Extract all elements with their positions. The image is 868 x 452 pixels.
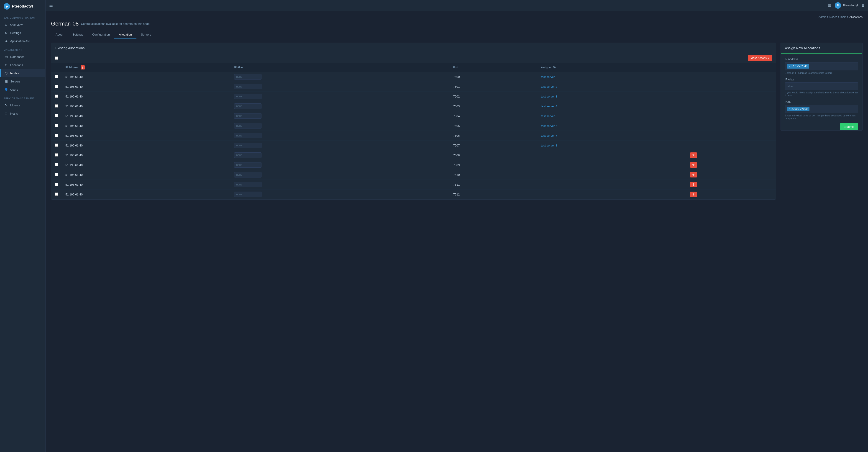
assigned-server-link[interactable]: test server 2 xyxy=(541,85,557,88)
row-ip: 51.195.61.40 xyxy=(62,150,230,160)
row-ip: 51.195.61.40 xyxy=(62,92,230,101)
assigned-server-link[interactable]: test server 6 xyxy=(541,124,557,128)
row-ip: 51.195.61.40 xyxy=(62,170,230,180)
sidebar-item-servers-label: Servers xyxy=(10,80,21,83)
grid-icon[interactable]: ▦ xyxy=(828,3,831,7)
sidebar-item-mounts[interactable]: ⛏ Mounts xyxy=(0,101,45,109)
assigned-server-link[interactable]: test server 7 xyxy=(541,134,557,138)
row-alias-input[interactable] xyxy=(234,103,261,109)
sidebar-item-nests[interactable]: ◻ Nests xyxy=(0,109,45,118)
sidebar-item-servers[interactable]: ▦ Servers xyxy=(0,77,45,85)
row-delete-button[interactable]: 🗑 xyxy=(690,152,697,158)
row-checkbox[interactable] xyxy=(55,144,58,147)
row-alias-input[interactable] xyxy=(234,143,261,148)
ip-alias-label: IP Alias xyxy=(785,78,858,81)
sidebar-item-api[interactable]: ◈ Application API xyxy=(0,37,45,45)
row-checkbox[interactable] xyxy=(55,173,58,176)
sidebar-item-overview[interactable]: ⊙ Overview xyxy=(0,21,45,29)
row-delete-button[interactable]: 🗑 xyxy=(690,162,697,168)
sidebar-item-users[interactable]: 👤 Users xyxy=(0,85,45,94)
row-delete-button[interactable]: 🗑 xyxy=(690,182,697,187)
tab-servers[interactable]: Servers xyxy=(136,31,156,39)
ports-label: Ports xyxy=(785,100,858,103)
row-checkbox[interactable] xyxy=(55,75,58,78)
row-delete-button[interactable]: 🗑 xyxy=(690,191,697,197)
row-action-cell xyxy=(686,101,776,111)
tab-settings[interactable]: Settings xyxy=(68,31,88,39)
row-alias-cell xyxy=(230,170,450,180)
assigned-server-link[interactable]: test server 5 xyxy=(541,114,557,118)
row-checkbox[interactable] xyxy=(55,134,58,137)
tab-about[interactable]: About xyxy=(51,31,68,39)
submit-button[interactable]: Submit xyxy=(840,123,858,130)
row-alias-input[interactable] xyxy=(234,191,261,197)
row-alias-cell xyxy=(230,82,450,92)
topbar-extra-icon[interactable]: ⊞ xyxy=(861,3,864,7)
table-row: 51.195.61.407509🗑 xyxy=(51,160,776,170)
ip-alias-input[interactable] xyxy=(785,83,858,90)
ports-help: Enter individual ports or port ranges he… xyxy=(785,114,858,120)
row-alias-input[interactable] xyxy=(234,123,261,128)
table-row: 51.195.61.407505test server 6 xyxy=(51,121,776,131)
row-checkbox[interactable] xyxy=(55,95,58,98)
ip-address-tag-input[interactable]: × 51.195.61.40 xyxy=(785,62,858,70)
select-all-checkbox[interactable] xyxy=(55,57,58,60)
row-alias-input[interactable] xyxy=(234,182,261,187)
topbar: ☰ ▦ P Pterodactyl ⊞ xyxy=(45,0,868,11)
row-checkbox[interactable] xyxy=(55,192,58,196)
app-logo: ▶ Pterodactyl xyxy=(0,0,45,13)
row-alias-cell xyxy=(230,111,450,121)
assigned-server-link[interactable]: test server 3 xyxy=(541,95,557,98)
sidebar-item-settings[interactable]: ⚙ Settings xyxy=(0,29,45,37)
ports-tag-input[interactable]: × 27000-27999 xyxy=(785,105,858,113)
mass-actions-button[interactable]: Mass Actions ▾ xyxy=(748,55,772,61)
topbar-user[interactable]: P Pterodactyl xyxy=(835,2,858,9)
assigned-server-link[interactable]: test server 8 xyxy=(541,144,557,147)
row-alias-input[interactable] xyxy=(234,152,261,158)
row-port: 7506 xyxy=(450,131,537,141)
col-ip-alias: IP Alias xyxy=(230,63,450,72)
api-icon: ◈ xyxy=(4,39,8,43)
row-alias-input[interactable] xyxy=(234,113,261,119)
row-alias-input[interactable] xyxy=(234,94,261,99)
assign-panel: Assign New Allocations IP Address × 51.1… xyxy=(780,42,863,130)
row-assigned-to: test server 3 xyxy=(537,92,686,101)
ip-alias-group: IP Alias If you would like to assign a d… xyxy=(785,78,858,97)
row-action-cell xyxy=(686,92,776,101)
row-alias-input[interactable] xyxy=(234,133,261,138)
row-port: 7512 xyxy=(450,189,537,199)
ports-tag: × 27000-27999 xyxy=(787,107,809,111)
row-checkbox[interactable] xyxy=(55,114,58,117)
sidebar-item-locations[interactable]: ⊕ Locations xyxy=(0,61,45,69)
sidebar-item-databases[interactable]: ▤ Databases xyxy=(0,53,45,61)
assigned-server-link[interactable]: test server xyxy=(541,75,555,79)
tab-allocation[interactable]: Allocation xyxy=(114,31,136,39)
row-alias-input[interactable] xyxy=(234,172,261,178)
row-delete-button[interactable]: 🗑 xyxy=(690,172,697,178)
row-checkbox[interactable] xyxy=(55,104,58,108)
row-alias-input[interactable] xyxy=(234,84,261,89)
row-port: 7508 xyxy=(450,150,537,160)
row-checkbox[interactable] xyxy=(55,124,58,127)
header-delete-icon[interactable]: 🗑 xyxy=(81,65,85,69)
hamburger-icon[interactable]: ☰ xyxy=(49,3,53,8)
sidebar: ▶ Pterodactyl Basic Administration ⊙ Ove… xyxy=(0,0,45,452)
ports-tag-value: 27000-27999 xyxy=(792,107,808,111)
service-mgmt-section-label: Service Management xyxy=(0,94,45,101)
row-checkbox[interactable] xyxy=(55,183,58,186)
row-alias-input[interactable] xyxy=(234,74,261,80)
row-checkbox[interactable] xyxy=(55,153,58,156)
tab-configuration[interactable]: Configuration xyxy=(88,31,114,39)
row-checkbox[interactable] xyxy=(55,163,58,166)
settings-icon: ⚙ xyxy=(4,31,8,35)
row-alias-cell xyxy=(230,150,450,160)
row-checkbox[interactable] xyxy=(55,85,58,88)
row-alias-cell xyxy=(230,180,450,189)
sidebar-item-api-label: Application API xyxy=(10,39,30,43)
ports-tag-remove[interactable]: × xyxy=(789,107,790,111)
sidebar-item-nodes[interactable]: ⬡ Nodes xyxy=(0,69,45,77)
row-alias-input[interactable] xyxy=(234,162,261,168)
assigned-server-link[interactable]: test server 4 xyxy=(541,104,557,108)
row-action-cell: 🗑 xyxy=(686,170,776,180)
ip-tag-remove[interactable]: × xyxy=(789,65,790,68)
